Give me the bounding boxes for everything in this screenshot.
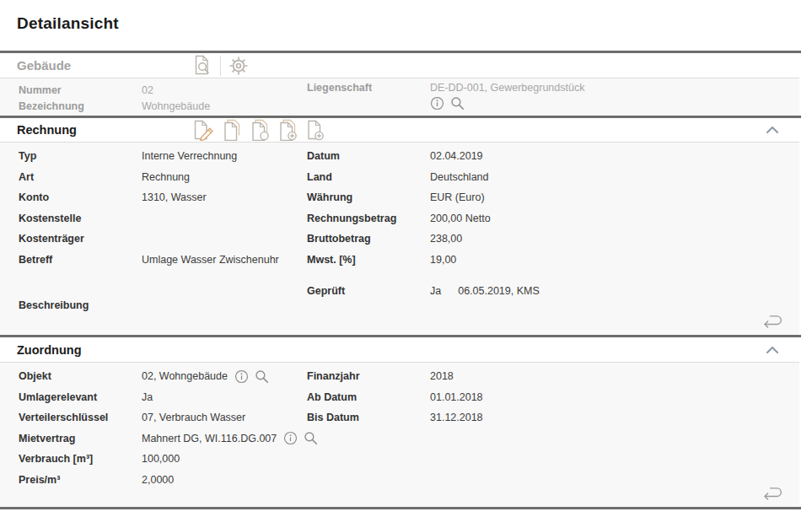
zuordnung-header: Zuordnung bbox=[0, 337, 801, 362]
field-value-secondary: 06.05.2019, KMS bbox=[458, 285, 540, 297]
rechnung-right-column: Datum02.04.2019LandDeutschlandWährungEUR… bbox=[307, 143, 799, 301]
field-label: Währung bbox=[307, 191, 430, 203]
field-label: Ab Datum bbox=[307, 391, 430, 403]
gebaeude-left-column: Nummer02BezeichnungWohngebäude bbox=[0, 78, 307, 114]
field-value: 2018 bbox=[430, 370, 454, 382]
field-row-betreff: BetreffUmlage Wasser Zwischenuhr bbox=[19, 250, 307, 271]
field-value: 19,00 bbox=[430, 254, 456, 266]
search-icon[interactable] bbox=[450, 96, 465, 110]
field-row-konto: Konto1310, Wasser bbox=[19, 187, 307, 208]
field-value: DE-DD-001, Gewerbegrundstück bbox=[430, 82, 584, 94]
field-value: 100,000 bbox=[142, 453, 180, 465]
field-value: 238,00 bbox=[430, 233, 462, 245]
field-label: Mietvertrag bbox=[19, 433, 142, 444]
chevron-up-icon[interactable] bbox=[766, 126, 779, 134]
field-label: Art bbox=[19, 171, 142, 183]
field-label: Konto bbox=[19, 191, 142, 203]
info-icon[interactable] bbox=[283, 431, 298, 445]
info-icon[interactable] bbox=[430, 96, 444, 110]
field-row-kostenstelle: Kostenstelle bbox=[19, 208, 307, 229]
rechnung-header: Rechnung bbox=[0, 118, 801, 142]
rechnung-toolbar bbox=[192, 119, 325, 141]
field-label: Beschreibung bbox=[19, 299, 142, 311]
field-value: 02, Wohngebäude bbox=[142, 370, 228, 382]
section-rechnung: Rechnung TypInterne VerrechnungArtRechnu… bbox=[0, 118, 812, 335]
settings-gear-icon[interactable] bbox=[229, 56, 249, 76]
field-row-verbrauch-m: Verbrauch [m³]100,000 bbox=[19, 449, 307, 470]
section-zuordnung: Zuordnung Objekt02, WohngebäudeUmlagerel… bbox=[0, 337, 812, 507]
field-label: Finanzjahr bbox=[307, 370, 430, 382]
field-value: Umlage Wasser Zwischenuhr bbox=[142, 254, 279, 266]
field-row-art: ArtRechnung bbox=[19, 167, 307, 188]
field-label: Liegenschaft bbox=[307, 82, 430, 94]
field-label: Datum bbox=[307, 150, 430, 162]
search-icon[interactable] bbox=[304, 431, 318, 445]
field-label: Geprüft bbox=[307, 285, 430, 297]
field-value: 02 bbox=[142, 84, 153, 96]
field-label: Land bbox=[307, 171, 430, 183]
copy-document-circle-icon[interactable] bbox=[250, 119, 270, 141]
field-row-mwst: Mwst. [%]19,00 bbox=[307, 250, 799, 271]
preview-document-icon[interactable] bbox=[192, 55, 212, 76]
field-value: 1310, Wasser bbox=[142, 191, 207, 203]
lookup-icons bbox=[283, 431, 318, 445]
section-title-zuordnung: Zuordnung bbox=[17, 343, 192, 357]
field-value: Ja bbox=[430, 285, 441, 297]
field-label: Verteilerschlüssel bbox=[19, 412, 142, 423]
copy-document-add-icon[interactable] bbox=[277, 119, 298, 141]
gebaeude-right-column: LiegenschaftDE-DD-001, Gewerbegrundstück bbox=[307, 78, 799, 110]
field-label: Mwst. [%] bbox=[307, 254, 430, 266]
field-row-bruttobetrag: Bruttobetrag238,00 bbox=[307, 229, 799, 250]
lookup-icons bbox=[234, 369, 269, 384]
field-row-kostentrager: Kostenträger bbox=[19, 229, 307, 250]
field-label: Typ bbox=[19, 150, 142, 162]
section-title-rechnung: Rechnung bbox=[17, 123, 192, 137]
field-row-liegenschaft: LiegenschaftDE-DD-001, Gewerbegrundstück bbox=[307, 82, 799, 110]
detail-view-page: Detailansicht Gebäude Nummer02Bezeichnun… bbox=[0, 0, 812, 509]
field-value: EUR (Euro) bbox=[430, 191, 485, 203]
divider bbox=[0, 507, 801, 509]
field-value: Mahnert DG, WI.116.DG.007 bbox=[142, 433, 277, 444]
field-row-finanzjahr: Finanzjahr2018 bbox=[307, 366, 799, 387]
field-row-bis-datum: Bis Datum31.12.2018 bbox=[307, 407, 799, 428]
rechnung-left-column: TypInterne VerrechnungArtRechnungKonto13… bbox=[0, 143, 307, 315]
field-row-ab-datum: Ab Datum01.01.2018 bbox=[307, 387, 799, 408]
field-row-preis-m: Preis/m³2,0000 bbox=[19, 470, 307, 491]
search-icon[interactable] bbox=[255, 369, 269, 384]
field-label: Kostenstelle bbox=[19, 213, 142, 224]
field-row-land: LandDeutschland bbox=[307, 167, 799, 188]
field-label: Umlagerelevant bbox=[19, 391, 142, 403]
field-value: 2,0000 bbox=[142, 474, 174, 486]
undo-icon[interactable] bbox=[761, 486, 784, 501]
field-label: Betreff bbox=[19, 254, 142, 266]
field-row-bezeichnung: BezeichnungWohngebäude bbox=[19, 98, 307, 114]
undo-icon[interactable] bbox=[761, 314, 784, 329]
field-row-nummer: Nummer02 bbox=[19, 82, 307, 98]
field-row-beschreibung: Beschreibung bbox=[19, 294, 307, 315]
section-gebaeude: Gebäude Nummer02BezeichnungWohngebäude L… bbox=[0, 53, 812, 116]
chevron-up-icon[interactable] bbox=[766, 346, 779, 354]
field-row-mietvertrag: MietvertragMahnert DG, WI.116.DG.007 bbox=[19, 428, 307, 450]
field-row-datum: Datum02.04.2019 bbox=[307, 146, 799, 167]
field-label: Kostenträger bbox=[19, 233, 142, 245]
field-value: Ja bbox=[142, 391, 153, 403]
field-label: Nummer bbox=[19, 84, 142, 96]
field-value: 07, Verbrauch Wasser bbox=[142, 412, 245, 423]
field-row-wahrung: WährungEUR (Euro) bbox=[307, 187, 799, 208]
info-icon[interactable] bbox=[234, 369, 249, 384]
zuordnung-left-column: Objekt02, WohngebäudeUmlagerelevantJaVer… bbox=[0, 363, 307, 490]
zuordnung-right-column: Finanzjahr2018Ab Datum01.01.2018Bis Datu… bbox=[307, 363, 799, 428]
gebaeude-header: Gebäude bbox=[0, 53, 801, 78]
page-title: Detailansicht bbox=[0, 0, 812, 51]
new-document-add-icon[interactable] bbox=[305, 119, 325, 141]
field-row-verteilerschlussel: Verteilerschlüssel07, Verbrauch Wasser bbox=[19, 407, 307, 428]
copy-document-icon[interactable] bbox=[222, 119, 242, 141]
field-label: Bruttobetrag bbox=[307, 233, 430, 245]
section-title-gebaeude: Gebäude bbox=[17, 58, 192, 73]
field-label: Verbrauch [m³] bbox=[19, 453, 142, 465]
field-value: 31.12.2018 bbox=[430, 412, 483, 423]
rechnung-fields: TypInterne VerrechnungArtRechnungKonto13… bbox=[0, 142, 799, 335]
field-value: Deutschland bbox=[430, 171, 489, 183]
edit-document-icon[interactable] bbox=[192, 120, 214, 141]
field-row-rechnungsbetrag: Rechnungsbetrag200,00 Netto bbox=[307, 208, 799, 229]
